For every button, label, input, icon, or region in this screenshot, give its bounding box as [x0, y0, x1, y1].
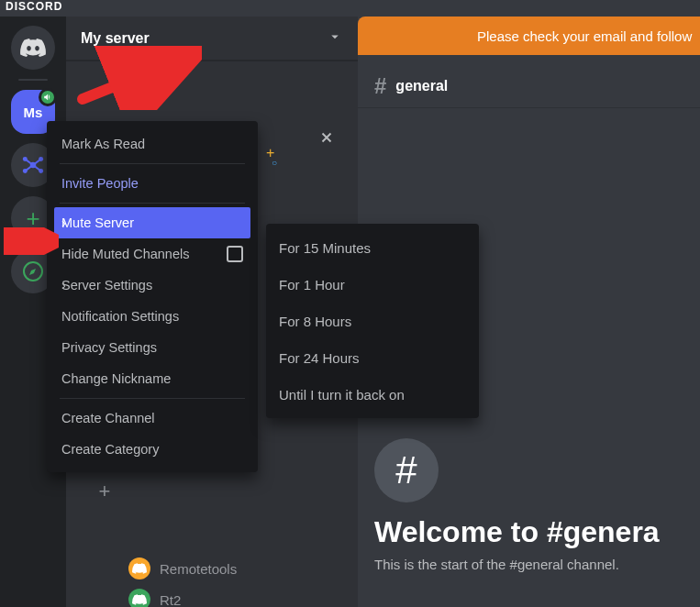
menu-create-channel[interactable]: Create Channel — [54, 403, 250, 434]
mute-8-hours[interactable]: For 8 Hours — [272, 303, 473, 339]
menu-separator — [60, 203, 245, 204]
current-channel-name: general — [395, 78, 448, 94]
mute-15-min[interactable]: For 15 Minutes — [272, 229, 473, 266]
mute-server-submenu: For 15 Minutes For 1 Hour For 8 Hours Fo… — [266, 224, 479, 418]
menu-separator — [60, 398, 245, 399]
menu-server-settings[interactable]: Server Settings › — [54, 270, 250, 301]
svg-line-8 — [33, 165, 41, 171]
voice-connected-badge — [39, 88, 57, 106]
mute-until-off[interactable]: Until I turn it back on — [272, 376, 473, 413]
close-icon[interactable] — [316, 127, 338, 149]
checkbox-icon — [227, 246, 243, 262]
banner-text: Please check your email and follow — [477, 28, 692, 44]
hash-icon: # — [374, 73, 386, 99]
member-item[interactable]: Remotetools — [128, 557, 237, 579]
hub-icon — [21, 153, 45, 177]
app-brand: DISCORD — [0, 0, 62, 17]
svg-line-6 — [33, 160, 41, 166]
menu-change-nickname[interactable]: Change Nickname — [54, 363, 250, 394]
server-name-dropdown[interactable]: My server — [66, 17, 358, 61]
menu-mute-server[interactable]: Mute Server › — [54, 207, 250, 238]
member-item[interactable]: Rt2 — [128, 589, 237, 607]
mute-24-hours[interactable]: For 24 Hours — [272, 339, 473, 376]
svg-line-7 — [25, 165, 33, 171]
server-initials: Ms — [24, 105, 43, 120]
discord-logo-icon — [132, 563, 147, 574]
verify-email-banner[interactable]: Please check your email and follow — [358, 17, 700, 55]
menu-mark-as-read[interactable]: Mark As Read — [54, 128, 250, 160]
avatar — [128, 557, 150, 579]
menu-create-category[interactable]: Create Category — [54, 434, 250, 465]
welcome-block: # Welcome to #genera This is the start o… — [374, 438, 660, 572]
channel-header: # general — [358, 64, 700, 108]
svg-line-5 — [25, 160, 33, 166]
chevron-down-icon — [327, 28, 343, 49]
server-name: My server — [81, 30, 319, 47]
menu-notification-settings[interactable]: Notification Settings — [54, 301, 250, 332]
member-name: Remotetools — [160, 561, 237, 577]
member-list: Remotetools Rt2 — [128, 557, 237, 607]
plus-icon: + — [92, 479, 117, 504]
avatar — [128, 589, 150, 607]
discord-logo-icon — [20, 38, 46, 58]
plus-icon: + — [26, 204, 39, 233]
compass-icon — [22, 260, 44, 282]
channel-hash-badge: # — [374, 438, 439, 502]
menu-invite-people[interactable]: Invite People — [54, 168, 250, 199]
sparkle-icon: ○ — [272, 158, 277, 168]
welcome-title: Welcome to #genera — [374, 515, 660, 549]
mute-1-hour[interactable]: For 1 Hour — [272, 266, 473, 303]
rail-divider — [18, 79, 48, 81]
server-context-menu: Mark As Read Invite People Mute Server ›… — [47, 121, 258, 472]
menu-separator — [60, 163, 245, 164]
discord-logo-icon — [132, 594, 147, 605]
speaker-icon — [43, 93, 52, 102]
home-button[interactable] — [11, 26, 55, 70]
menu-privacy-settings[interactable]: Privacy Settings — [54, 332, 250, 363]
add-channel-row[interactable]: + — [92, 479, 117, 504]
menu-hide-muted-channels[interactable]: Hide Muted Channels — [54, 238, 250, 270]
member-name: Rt2 — [160, 592, 181, 608]
welcome-subtitle: This is the start of the #general channe… — [374, 557, 660, 572]
